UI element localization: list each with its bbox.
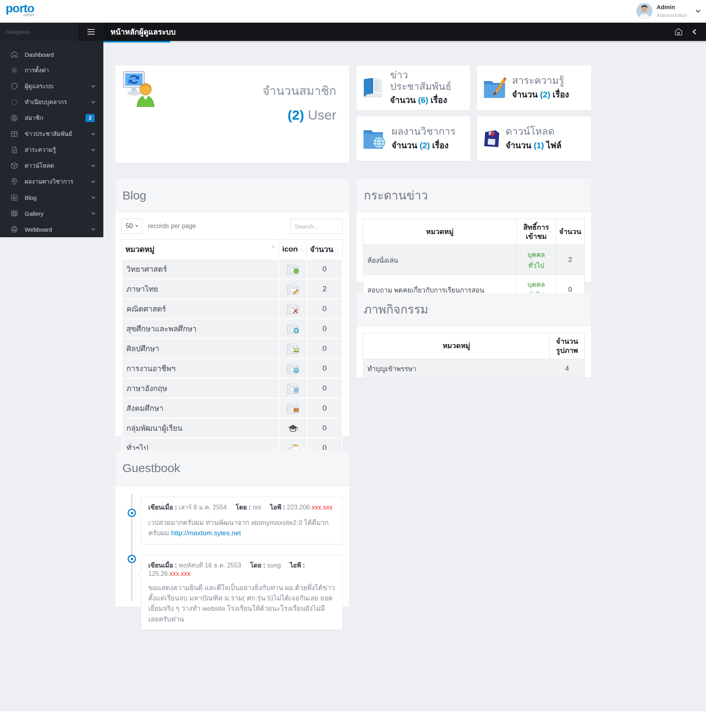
academic-stat-card: ผลงานวิชาการ จำนวน (2) เรื่อง	[357, 116, 470, 161]
webboard-col-category: หมวดหมู่	[363, 219, 517, 245]
download-stat-title: ดาวน์โหลด	[506, 126, 561, 137]
knowledge-stat-title: สาระความรู้	[512, 75, 569, 86]
gallery-table-body: ทำบุญเข้าพรรษา 4	[363, 359, 585, 378]
entry-ip: 125.26.	[148, 570, 169, 577]
table-row: กลุ่มพัฒนาผู้เรียน0	[122, 418, 342, 438]
page-size-select[interactable]: 50	[122, 219, 142, 234]
table-row: ศิลปศึกษา0	[122, 339, 342, 358]
home-icon	[10, 50, 18, 58]
blog-col-count[interactable]: จำนวน↑↓	[307, 240, 342, 259]
table-row: สุขศึกษาและพลศึกษา0	[122, 319, 342, 339]
access-level-link[interactable]: บุคคลทั่วไป	[528, 251, 545, 269]
guestbook-entry-meta: เขียนเมื่อ : เสาร์ 8 ม.ค. 2554 โดย : noi…	[148, 502, 335, 512]
blog-category-icon	[279, 398, 306, 418]
blog-category-icon	[279, 378, 306, 398]
knowledge-stat-icon	[483, 76, 507, 99]
academic-count: (2)	[419, 141, 430, 150]
tab-indicator-track	[170, 41, 706, 43]
spinner-icon	[10, 98, 18, 106]
members-stat-card: จำนวนสมาชิก (2) User	[115, 66, 349, 163]
chevron-down-icon	[91, 163, 95, 167]
members-stat-icon	[122, 70, 156, 108]
guestbook-entry-link[interactable]: http://maxtom.sytes.net	[171, 529, 241, 537]
entry-date: พฤหัสบดี 16 ธ.ค. 2553	[179, 562, 241, 569]
sidebar-item-personnel[interactable]: ทำเนียบบุคลากร	[0, 94, 103, 110]
sidebar-toggle-button[interactable]	[78, 23, 103, 41]
records-per-page-label: records per page	[148, 223, 290, 230]
chevron-down-icon	[91, 100, 95, 104]
news-stat-card: ข่าวประชาสัมพันธ์ จำนวน (6) เรื่อง	[357, 66, 470, 110]
news-count: (6)	[418, 95, 429, 105]
chevron-down-icon	[91, 195, 95, 199]
academic-stat-title: ผลงานวิชาการ	[392, 126, 456, 137]
shield-icon	[10, 82, 18, 90]
webboard-col-count: จำนวน	[556, 219, 584, 245]
webboard-panel-header: กระดานข่าว	[357, 179, 591, 212]
entry-ip-masked: xxx.xxx	[169, 570, 190, 577]
user-menu[interactable]: Admin Administrator	[636, 3, 700, 19]
printer-icon	[10, 225, 18, 233]
chevron-down-icon	[696, 8, 700, 12]
blog-category-icon	[279, 319, 306, 339]
blog-col-icon[interactable]: icon↑↓	[279, 240, 306, 259]
sidebar-item-webboard[interactable]: Webboard	[0, 221, 103, 237]
guestbook-timeline: เขียนเมื่อ : เสาร์ 8 ม.ค. 2554 โดย : noi…	[115, 486, 349, 607]
guestbook-panel-header: Guestbook	[115, 450, 349, 486]
sidebar-item-members[interactable]: สมาชิก 2	[0, 110, 103, 126]
guestbook-entry-message: ขอแสดงความยินดี และดีใจเป็นอย่างยิ่งกับท…	[148, 583, 335, 625]
news-stat-count-line: จำนวน (6) เรื่อง	[390, 93, 464, 106]
search-input[interactable]	[290, 219, 343, 234]
members-stat-count-line: (2) User	[262, 107, 336, 123]
news-stat-icon	[362, 76, 385, 99]
guestbook-entry-message: เวปสวยมากครับผม ท่านพัฒนาจาก atomymaxsit…	[148, 518, 335, 539]
download-stat-count-line: จำนวน (1) ไฟล์	[506, 139, 561, 152]
chevron-down-icon	[91, 84, 95, 88]
table-row: ทำบุญเข้าพรรษา 4	[363, 359, 585, 378]
home-icon[interactable]	[674, 27, 683, 36]
sidebar-item-administrators[interactable]: ผู้ดูแลระบบ	[0, 78, 103, 94]
sidebar-item-knowledge[interactable]: สาระความรู้	[0, 142, 103, 158]
user-name: Admin	[656, 4, 675, 10]
knowledge-count: (2)	[540, 90, 550, 99]
blog-category-icon	[279, 299, 306, 319]
user-circle-icon	[10, 114, 18, 122]
webboard-panel: กระดานข่าว หมวดหมู่ สิทธิ์การเข้าชม จำนว…	[357, 179, 591, 282]
gallery-panel-title: ภาพกิจกรรม	[364, 300, 428, 319]
sidebar-item-settings[interactable]: การตั้งค่า	[0, 62, 103, 78]
article-icon	[10, 194, 18, 201]
sidebar-item-gallery[interactable]: Gallery	[0, 205, 103, 221]
blog-category-icon	[279, 259, 306, 279]
sidebar-item-academic-works[interactable]: ผลงานทางวิชาการ	[0, 174, 103, 190]
porto-logo[interactable]: porto admin	[6, 2, 34, 17]
academic-stat-count-line: จำนวน (2) เรื่อง	[392, 139, 456, 152]
entry-arrow	[138, 571, 144, 577]
sidebar-item-dashboard[interactable]: Dashboard	[0, 46, 103, 62]
collapse-back-icon[interactable]	[692, 29, 698, 35]
gallery-panel-header: ภาพกิจกรรม	[357, 293, 591, 326]
avatar	[636, 3, 652, 19]
blog-category-icon	[279, 279, 306, 299]
blog-col-category[interactable]: หมวดหมู่ ↑↓	[122, 240, 279, 259]
page-titlebar: หน้าหลักผู้ดูแลระบบ	[103, 23, 706, 41]
entry-author: sung	[267, 562, 281, 569]
sidebar-item-news[interactable]: ข่าวประชาสัมพันธ์	[0, 126, 103, 142]
blog-category-icon	[279, 339, 306, 358]
table-row: สังคมศึกษา0	[122, 398, 342, 418]
academic-stat-icon	[362, 127, 387, 150]
timeline-dot	[128, 509, 136, 517]
members-stat-title: จำนวนสมาชิก	[262, 81, 336, 100]
blog-table: หมวดหมู่ ↑↓ icon↑↓ จำนวน↑↓ วิทยาศาสตร์0	[122, 239, 343, 458]
news-stat-title: ข่าวประชาสัมพันธ์	[390, 69, 464, 92]
box-icon	[10, 162, 18, 170]
blog-table-controls: 50 records per page	[122, 219, 343, 234]
content-background	[0, 43, 706, 711]
sidebar-item-blog[interactable]: Blog	[0, 190, 103, 205]
sidebar-item-downloads[interactable]: ดาวน์โหลด	[0, 158, 103, 174]
download-stat-card: ดาวน์โหลด จำนวน (1) ไฟล์	[477, 116, 591, 161]
user-meta: Admin Administrator	[656, 3, 687, 19]
members-unit: User	[308, 107, 336, 122]
blog-category-icon	[279, 418, 306, 438]
sort-icon: ↑↓	[299, 247, 303, 253]
blog-panel-header: Blog	[115, 179, 349, 212]
table-row: ภาษาอังกฤษ0	[122, 378, 342, 398]
